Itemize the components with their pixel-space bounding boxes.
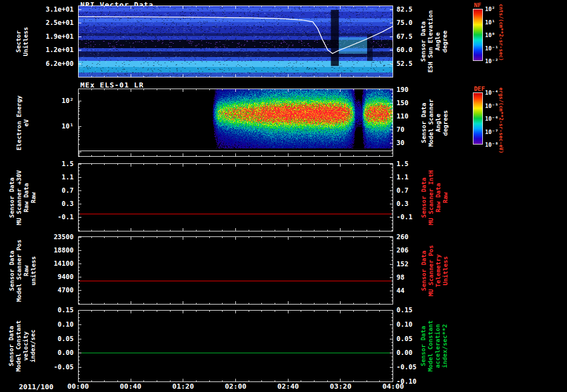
mu-scanner-30v-raw-right-axis-label: Sensor DataMU Scanner IntHRaw DataRaw bbox=[420, 163, 449, 231]
npi-vector-data-left-tick-label: 1.9e+01 bbox=[39, 33, 74, 40]
model-scanner-pos-raw-right-tick-label: 260 bbox=[396, 233, 409, 241]
npi-vector-data-left-tick-label: 2.5e+01 bbox=[39, 19, 74, 27]
model-constant-velocity-plot-canvas bbox=[78, 310, 393, 382]
x-tick-label: 03:20 bbox=[323, 383, 358, 390]
npi-vector-data-right-tick-label: 67.5 bbox=[396, 33, 413, 40]
mex-els-01-lr-right-tick-label: 110 bbox=[396, 112, 409, 120]
model-scanner-pos-raw-right-tick-label: 152 bbox=[396, 260, 409, 268]
model-constant-velocity-left-tick-label: 0.10 bbox=[39, 321, 74, 328]
def-colorbar-tick-label: 10⁻⁷ bbox=[485, 129, 498, 135]
model-constant-velocity-left-axis-label: Sensor DataModel Constantvelocityindex/s… bbox=[8, 310, 37, 382]
def-colorbar-tick-label: 10⁻⁴ bbox=[485, 90, 498, 96]
model-constant-velocity-right-tick-label: -0.05 bbox=[396, 363, 416, 371]
mu-scanner-30v-raw-right-tick-label: 1.1 bbox=[396, 173, 409, 181]
mu-scanner-30v-raw-left-tick-label: 1.5 bbox=[39, 160, 74, 168]
def-colorbar-gradient bbox=[473, 92, 483, 145]
mu-scanner-30v-raw-right-tick-label: 0.7 bbox=[396, 187, 409, 194]
x-tick-label: 02:40 bbox=[270, 383, 306, 390]
panel2-title: MEx ELS-01 LR bbox=[80, 81, 144, 89]
def-colorbar-units: ergs/(cm**2-sr-sec-eV) bbox=[498, 87, 504, 153]
def-colorbar-tick-label: 10⁻⁵ bbox=[485, 103, 498, 109]
mex-els-01-lr-left-axis-label: Electron EnergyeV bbox=[15, 89, 29, 157]
x-tick-label: 01:20 bbox=[166, 383, 201, 390]
mu-scanner-30v-raw-left-tick-label: 0.7 bbox=[39, 187, 74, 194]
nf-colorbar-title: NF bbox=[474, 2, 481, 9]
nf-colorbar-tick-label: 10⁰ bbox=[485, 32, 495, 38]
model-scanner-pos-raw-right-axis-label: Sensor DataMU Scanner PosTelemetryUnitle… bbox=[420, 236, 449, 305]
model-scanner-pos-plot-canvas bbox=[78, 236, 393, 305]
npi-vector-data-left-tick-label: 3.1e+01 bbox=[39, 6, 74, 13]
model-scanner-pos-raw-left-axis-label: Sensor DataModel Scanner PosRawunitless bbox=[8, 236, 37, 305]
model-constant-velocity-left-tick-label: 0.00 bbox=[39, 349, 74, 357]
mu-scanner-30v-raw-left-tick-label: -0.1 bbox=[39, 213, 74, 221]
mex-els-01-lr-right-tick-label: 30 bbox=[396, 139, 404, 147]
model-scanner-pos-raw-right-tick-label: 98 bbox=[396, 274, 404, 281]
nf-colorbar-units: cnts/(cm**2-sr-sec) bbox=[498, 4, 504, 61]
nf-colorbar-tick-label: 10² bbox=[485, 6, 495, 12]
def-colorbar-title: DEF bbox=[474, 85, 485, 92]
npi-spectrogram-canvas bbox=[78, 6, 393, 78]
mex-els-01-lr-right-tick-label: 150 bbox=[396, 99, 409, 107]
model-constant-velocity-left-tick-label: 0.15 bbox=[39, 306, 74, 314]
def-colorbar-tick-label: 10⁻⁶ bbox=[485, 116, 498, 122]
npi-vector-data-left-tick-label: 6.2e+00 bbox=[39, 60, 74, 68]
npi-vector-data-right-tick-label: 52.5 bbox=[396, 60, 413, 68]
mu-scanner-30v-raw-right-tick-label: -0.1 bbox=[396, 213, 413, 221]
els-spectrogram-canvas bbox=[78, 89, 393, 157]
mu-scanner-30v-plot-canvas bbox=[78, 163, 393, 231]
model-scanner-pos-raw-right-tick-label: 206 bbox=[396, 246, 409, 254]
model-scanner-pos-raw-right-tick-label: 44 bbox=[396, 287, 404, 295]
mex-els-01-lr-left-tick-label: 10¹ bbox=[39, 122, 74, 130]
model-constant-velocity-right-tick-label: 0.00 bbox=[396, 349, 413, 357]
model-scanner-pos-raw-left-tick-label: 4700 bbox=[39, 286, 74, 294]
mex-els-01-lr-right-tick-label: 190 bbox=[396, 86, 409, 94]
def-colorbar-tick-label: 10⁻⁸ bbox=[485, 142, 498, 148]
model-constant-velocity-right-tick-label: 0.10 bbox=[396, 321, 413, 328]
npi-vector-data-left-tick-label: 1.2e+01 bbox=[39, 46, 74, 54]
science-plot-window: NPI Vector Data MEx ELS-01 LR 3.1e+012.5… bbox=[0, 0, 567, 392]
model-scanner-pos-raw-left-tick-label: 23500 bbox=[39, 233, 74, 241]
npi-vector-data-right-tick-label: 82.5 bbox=[396, 6, 413, 13]
mu-scanner-30v-raw-right-tick-label: 1.5 bbox=[396, 160, 409, 168]
npi-vector-data-left-axis-label: SectorUnitless bbox=[15, 6, 29, 78]
x-tick-label: 00:40 bbox=[113, 383, 148, 390]
model-constant-velocity-right-axis-label: Sensor DataModel Constantaccelerationind… bbox=[420, 310, 449, 382]
mex-els-01-lr-right-axis-label: Sensor DataModel ScannerAngledegrees bbox=[420, 89, 449, 157]
npi-vector-data-right-tick-label: 60.0 bbox=[396, 46, 413, 54]
model-scanner-pos-raw-left-tick-label: 18800 bbox=[39, 246, 74, 254]
model-scanner-pos-raw-left-tick-label: 9400 bbox=[39, 273, 74, 281]
nf-colorbar-tick-label: 10¹ bbox=[485, 19, 495, 25]
nf-colorbar-tick-label: 10⁻¹ bbox=[485, 45, 498, 51]
model-constant-velocity-left-tick-label: 0.05 bbox=[39, 335, 74, 343]
npi-vector-data-right-tick-label: 75.0 bbox=[396, 19, 413, 27]
mu-scanner-30v-raw-left-axis-label: Sensor DataMU Scanner +30VRaw DataRaw bbox=[8, 163, 37, 231]
x-tick-label: 04:00 bbox=[375, 383, 411, 390]
mu-scanner-30v-raw-left-tick-label: 1.1 bbox=[39, 173, 74, 181]
mu-scanner-30v-raw-left-tick-label: 0.3 bbox=[39, 200, 74, 208]
mex-els-01-lr-right-tick-label: 70 bbox=[396, 126, 404, 133]
model-constant-velocity-right-tick-label: 0.05 bbox=[396, 335, 413, 343]
npi-vector-data-right-axis-label: Sensor DataESH Sun ElevationAngledegree bbox=[420, 6, 449, 78]
nf-colorbar-tick-label: 10⁻² bbox=[485, 58, 498, 64]
mex-els-01-lr-left-tick-label: 10² bbox=[39, 97, 74, 105]
nf-colorbar-gradient bbox=[473, 9, 483, 61]
x-tick-label: 00:00 bbox=[60, 383, 96, 390]
x-tick-label: 02:00 bbox=[218, 383, 254, 390]
model-constant-velocity-left-tick-label: -0.05 bbox=[39, 363, 74, 371]
model-scanner-pos-raw-left-tick-label: 14100 bbox=[39, 260, 74, 267]
model-constant-velocity-right-tick-label: 0.15 bbox=[396, 306, 413, 314]
mu-scanner-30v-raw-right-tick-label: 0.3 bbox=[396, 200, 409, 208]
x-axis-date-label: 2011/100 bbox=[19, 383, 54, 391]
